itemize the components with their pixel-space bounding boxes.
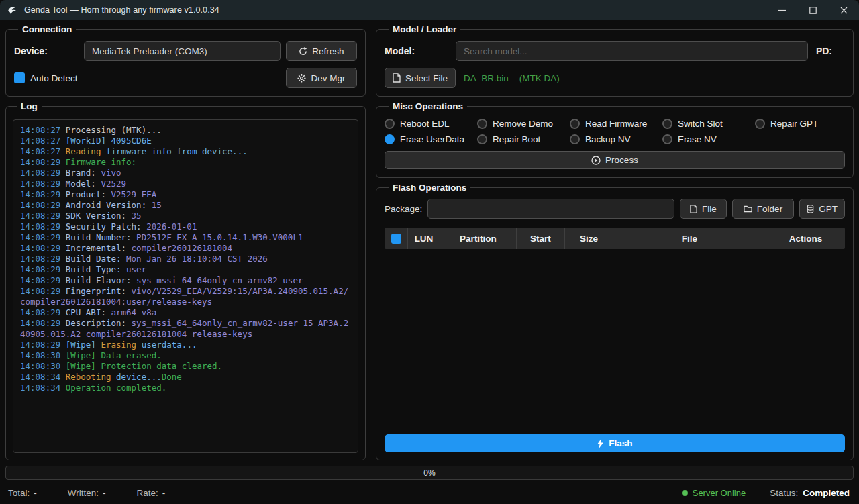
progress-bar: 0% xyxy=(5,466,854,480)
log-line: 14:08:29 Model: V2529 xyxy=(20,179,351,189)
status-field: Status: Completed xyxy=(770,488,850,498)
radio-label: Switch Slot xyxy=(678,119,723,129)
auto-detect-checkbox[interactable] xyxy=(14,72,25,83)
log-line: 14:08:34 Operation completed. xyxy=(20,383,351,393)
folder-button[interactable]: Folder xyxy=(732,199,794,219)
minimize-button[interactable] xyxy=(766,0,797,20)
log-line: 14:08:30 [Wipe] Protection data cleared. xyxy=(20,361,351,372)
radio-reboot-edl[interactable]: Reboot EDL xyxy=(385,119,474,129)
radio-remove-demo[interactable]: Remove Demo xyxy=(477,119,567,129)
file-icon xyxy=(393,73,401,83)
device-input[interactable] xyxy=(84,41,281,61)
log-line: 14:08:27 Processing (MTK)... xyxy=(20,125,351,136)
process-button[interactable]: Process xyxy=(385,151,845,169)
log-line: 14:08:29 Firmware info: xyxy=(20,157,351,168)
log-line: 14:08:29 Android Version: 15 xyxy=(20,200,351,211)
flash-table-body[interactable] xyxy=(385,249,845,434)
radio-label: Erase UserData xyxy=(400,134,464,144)
radio-label: Read Firmware xyxy=(585,119,647,129)
log-line: 14:08:29 Security Patch: 2026-01-01 xyxy=(20,221,351,232)
radio-icon xyxy=(570,134,580,144)
model-label: Model: xyxy=(385,46,450,56)
connection-legend: Connection xyxy=(18,24,76,34)
log-line: 14:08:34 Rebooting device...Done xyxy=(20,372,351,383)
log-line: 14:08:29 Build Number: PD2512F_EX_A_15.0… xyxy=(20,232,351,243)
model-search-input[interactable] xyxy=(456,41,808,61)
log-line: 14:08:29 SDK Version: 35 xyxy=(20,211,351,221)
column-header-size: Size xyxy=(564,228,613,249)
radio-icon xyxy=(755,119,765,129)
column-header-actions: Actions xyxy=(766,228,845,249)
loader-file-name: DA_BR.bin xyxy=(464,73,509,83)
radio-backup-nv[interactable]: Backup NV xyxy=(570,134,660,144)
log-line: 14:08:29 Brand: vivo xyxy=(20,168,351,179)
log-line: 14:08:29 Build Type: user xyxy=(20,264,351,275)
gpt-button[interactable]: GPT xyxy=(799,199,845,219)
minimize-icon xyxy=(778,7,786,14)
log-line: 14:08:29 Build Date: Mon Jan 26 18:10:04… xyxy=(20,254,351,264)
progress-percent: 0% xyxy=(423,468,435,478)
radio-erase-nv[interactable]: Erase NV xyxy=(662,134,752,144)
flash-table-header: LUNPartitionStartSizeFileActions xyxy=(385,228,845,249)
package-input[interactable] xyxy=(427,199,674,219)
column-header-file: File xyxy=(613,228,766,249)
close-icon xyxy=(840,7,848,14)
auto-detect-label: Auto Detect xyxy=(30,73,78,83)
log-line: 14:08:29 Product: V2529_EEA xyxy=(20,189,351,200)
main-area: Connection Device: Refresh Auto Detect xyxy=(0,20,859,483)
log-line: 14:08:27 Reading firmware info from devi… xyxy=(20,146,351,157)
app-logo-bird-icon xyxy=(7,5,18,16)
radio-icon xyxy=(662,119,672,129)
flash-button[interactable]: Flash xyxy=(385,434,845,452)
radio-read-firmware[interactable]: Read Firmware xyxy=(570,119,660,129)
radio-icon xyxy=(477,119,487,129)
radio-icon xyxy=(385,119,395,129)
column-header-partition: Partition xyxy=(440,228,516,249)
select-all-cell xyxy=(385,228,407,249)
log-line: 14:08:29 Fingerprint: vivo/V2529_EEA/V25… xyxy=(20,286,351,307)
radio-label: Backup NV xyxy=(585,134,631,144)
radio-repair-gpt[interactable]: Repair GPT xyxy=(755,119,845,129)
log-console[interactable]: 14:08:27 Processing (MTK)...14:08:27 [Wo… xyxy=(13,119,358,453)
refresh-button[interactable]: Refresh xyxy=(286,41,357,61)
radio-icon xyxy=(570,119,580,129)
select-all-checkbox[interactable] xyxy=(391,234,401,244)
maximize-button[interactable] xyxy=(797,0,828,20)
maximize-icon xyxy=(809,7,817,14)
misc-radio-grid: Reboot EDLRemove DemoRead FirmwareSwitch… xyxy=(385,119,845,144)
log-line: 14:08:29 [Wipe] Erasing userdata... xyxy=(20,340,351,350)
radio-icon xyxy=(477,134,487,144)
file-button[interactable]: File xyxy=(680,199,727,219)
select-file-button[interactable]: Select File xyxy=(385,68,456,88)
misc-operations-legend: Misc Operations xyxy=(389,101,467,111)
radio-label: Repair GPT xyxy=(770,119,818,129)
server-status-text: Server Online xyxy=(693,488,746,498)
radio-icon xyxy=(385,134,395,144)
radio-repair-boot[interactable]: Repair Boot xyxy=(477,134,567,144)
log-line: 14:08:29 Build Flavor: sys_mssi_64_64onl… xyxy=(20,275,351,286)
log-section: Log 14:08:27 Processing (MTK)...14:08:27… xyxy=(5,101,366,460)
folder-icon xyxy=(744,205,752,213)
log-line: 14:08:29 Incremental: compiler2601261810… xyxy=(20,243,351,254)
radio-erase-userdata[interactable]: Erase UserData xyxy=(385,134,474,144)
log-legend: Log xyxy=(17,101,42,111)
connection-section: Connection Device: Refresh Auto Detect xyxy=(5,24,366,97)
radio-switch-slot[interactable]: Switch Slot xyxy=(662,119,752,129)
log-line: 14:08:29 Description: sys_mssi_64_64only… xyxy=(20,318,351,340)
model-loader-section: Model / Loader Model: PD:— Select File xyxy=(376,24,854,97)
column-header-start: Start xyxy=(516,228,564,249)
gear-icon xyxy=(297,74,306,83)
lightning-icon xyxy=(597,439,604,448)
play-circle-icon xyxy=(591,156,601,165)
column-header-lun: LUN xyxy=(407,228,440,249)
log-line: 14:08:30 [Wipe] Data erased. xyxy=(20,350,351,361)
rate-stat: Rate: - xyxy=(137,488,166,498)
file-icon xyxy=(690,205,697,213)
radio-label: Remove Demo xyxy=(493,119,553,129)
close-button[interactable] xyxy=(828,0,859,20)
server-online-dot-icon xyxy=(682,490,688,496)
device-label: Device: xyxy=(14,46,79,56)
status-label: Status: xyxy=(770,488,798,498)
pd-field: PD:— xyxy=(816,46,845,56)
dev-mgr-button[interactable]: Dev Mgr xyxy=(286,68,357,88)
